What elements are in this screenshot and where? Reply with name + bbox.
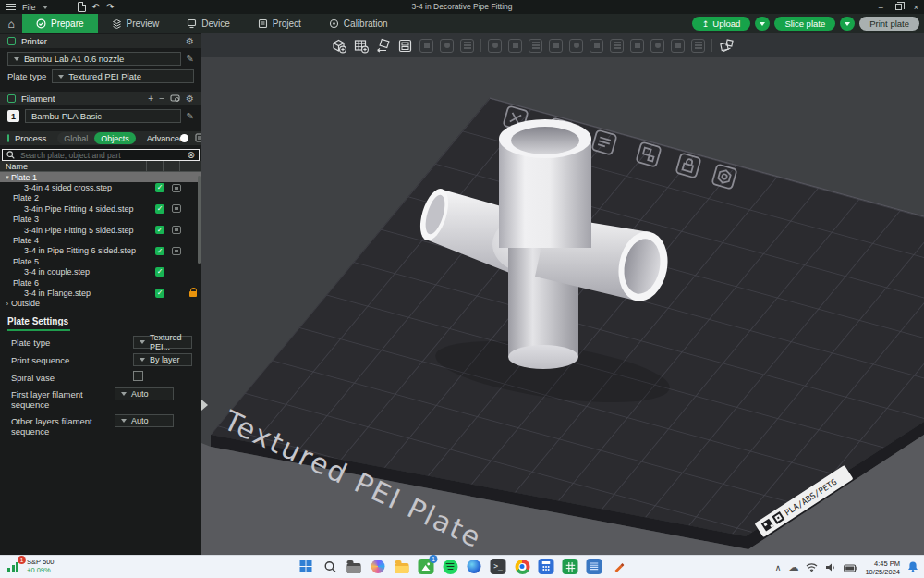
tray-chevron-icon[interactable]: ∧ [775, 563, 782, 572]
cut-icon-disabled [590, 39, 603, 53]
edit-printer-icon[interactable]: ✎ [187, 54, 194, 64]
row-plate-3[interactable]: Plate 3 [0, 215, 201, 225]
spotify-button[interactable] [443, 559, 458, 574]
add-filament-icon[interactable]: + [148, 94, 153, 104]
assembly-view-icon[interactable] [719, 38, 735, 54]
print-enable-checkbox[interactable]: ✓ [155, 289, 164, 298]
copilot-button[interactable] [371, 559, 386, 574]
row-object[interactable]: 3-4in 4 sided cross.step ✓ [0, 182, 201, 192]
tab-project[interactable]: Project [244, 14, 315, 33]
terminal-button[interactable]: >_ [491, 559, 506, 574]
filament-slot-number[interactable]: 1 [7, 110, 19, 122]
volume-icon[interactable] [825, 560, 836, 576]
filament-settings-gear-icon[interactable]: ⚙ [186, 94, 194, 104]
notification-bell-icon[interactable] [907, 560, 918, 576]
tab-calibration[interactable]: Calibration [315, 14, 402, 33]
printer-assign-icon[interactable] [172, 184, 181, 192]
taskbar-clock[interactable]: 4:45 PM 10/25/2024 [865, 560, 900, 576]
redo-icon[interactable]: ↷ [106, 3, 114, 12]
restore-button[interactable] [895, 4, 902, 10]
scope-objects-option[interactable]: Objects [94, 132, 136, 144]
start-button[interactable] [298, 559, 314, 574]
chevron-down-icon[interactable]: ▾ [4, 174, 11, 181]
undo-icon[interactable]: ↶ [92, 3, 100, 12]
sync-filament-icon[interactable] [170, 93, 180, 105]
battery-icon[interactable] [844, 560, 857, 576]
viewport-3d[interactable]: Textured PEI Plate PLA/ABS/PETG [201, 33, 924, 555]
ps-first-layer-select[interactable]: Auto [115, 387, 174, 400]
spiral-vase-checkbox[interactable] [133, 371, 143, 381]
ps-print-sequence-select[interactable]: By layer [133, 353, 192, 366]
chrome-button[interactable] [515, 559, 530, 574]
printer-assign-icon[interactable] [172, 247, 181, 255]
row-object[interactable]: 3-4in Pipe Fitting 4 sided.step ✓ [0, 203, 201, 214]
close-button[interactable]: × [914, 3, 918, 12]
printer-assign-icon[interactable] [172, 226, 181, 234]
ps-other-layers-select[interactable]: Auto [115, 414, 174, 427]
row-object[interactable]: 3-4 in Pipe Fitting 6 sided.step ✓ [0, 246, 201, 256]
search-button[interactable] [322, 559, 338, 574]
slice-plate-button[interactable]: Slice plate [774, 17, 835, 31]
minimize-button[interactable]: – [879, 3, 883, 12]
edit-filament-icon[interactable]: ✎ [187, 111, 194, 121]
build-plate-scene[interactable]: Textured PEI Plate PLA/ABS/PETG [201, 33, 924, 555]
row-plate-2[interactable]: Plate 2 [0, 193, 201, 203]
print-enable-checkbox[interactable]: ✓ [155, 267, 164, 277]
wifi-icon[interactable] [806, 560, 818, 576]
printer-select[interactable]: Bambu Lab A1 0.6 nozzle [7, 52, 181, 66]
stocks-widget[interactable]: 1 S&P 500 +0.09% [7, 558, 54, 574]
task-view-button[interactable] [346, 559, 362, 574]
arrange-icon[interactable] [397, 38, 413, 54]
printer-settings-gear-icon[interactable]: ⚙ [186, 37, 194, 46]
sheets-button[interactable] [563, 559, 578, 574]
calculator-button[interactable] [539, 559, 554, 574]
tab-device[interactable]: Device [173, 14, 244, 33]
sidebar-collapse-handle[interactable] [201, 400, 208, 411]
print-plate-button[interactable]: Print plate [859, 17, 919, 31]
print-options-dropdown[interactable] [840, 17, 855, 31]
row-plate-1[interactable]: ▾ Plate 1 [0, 172, 201, 182]
remove-filament-icon[interactable]: − [159, 94, 164, 104]
printer-assign-icon[interactable] [172, 204, 181, 213]
home-button[interactable]: ⌂ [0, 14, 22, 33]
filament-select[interactable]: Bambu PLA Basic [25, 109, 181, 123]
edge-button[interactable] [467, 559, 482, 574]
row-object[interactable]: 3-4 in couple.step ✓ [0, 267, 201, 277]
row-outside[interactable]: › Outside [0, 299, 201, 309]
tab-preview[interactable]: Preview [98, 14, 174, 33]
scope-global-option[interactable]: Global [57, 134, 94, 143]
search-input[interactable] [18, 150, 184, 161]
print-enable-checkbox[interactable]: ✓ [155, 226, 164, 235]
slice-options-dropdown[interactable] [755, 17, 770, 31]
plate-type-select[interactable]: Textured PEI Plate [52, 69, 194, 83]
row-object[interactable]: 3-4 in Flange.step ✓ [0, 288, 201, 298]
new-project-icon[interactable] [78, 2, 86, 12]
row-plate-6[interactable]: Plate 6 [0, 277, 201, 288]
process-scope-segment[interactable]: Global Objects [57, 132, 136, 144]
notebook-button[interactable] [587, 559, 602, 574]
lock-icon[interactable] [189, 291, 197, 297]
row-plate-5[interactable]: Plate 5 [0, 256, 201, 266]
object-list-scrollbar[interactable] [198, 176, 201, 264]
auto-orient-icon[interactable] [375, 38, 391, 54]
clear-search-icon[interactable]: ⊗ [188, 150, 195, 160]
print-enable-checkbox[interactable]: ✓ [155, 204, 164, 214]
menu-icon[interactable] [6, 4, 16, 11]
onedrive-cloud-icon[interactable]: ☁ [788, 561, 798, 573]
add-model-icon[interactable] [331, 38, 346, 54]
clock-date: 10/25/2024 [865, 568, 900, 576]
pinned-pen-button[interactable] [611, 559, 626, 574]
print-enable-checkbox[interactable]: ✓ [155, 247, 164, 256]
chevron-down-icon[interactable] [43, 6, 48, 9]
ps-plate-type-select[interactable]: Textured PEI... [133, 336, 192, 349]
file-menu[interactable]: File [22, 3, 36, 12]
row-object[interactable]: 3-4in Pipe Fitting 5 sided.step ✓ [0, 225, 201, 235]
add-plate-icon[interactable] [353, 38, 369, 54]
photos-button[interactable]: 1 [419, 559, 434, 574]
upload-button[interactable]: ↥ Upload [692, 17, 751, 31]
tab-prepare[interactable]: Prepare [22, 14, 98, 33]
chevron-right-icon[interactable]: › [4, 301, 11, 307]
print-enable-checkbox[interactable]: ✓ [155, 183, 164, 192]
file-explorer-button[interactable] [395, 559, 410, 574]
row-plate-4[interactable]: Plate 4 [0, 235, 201, 245]
